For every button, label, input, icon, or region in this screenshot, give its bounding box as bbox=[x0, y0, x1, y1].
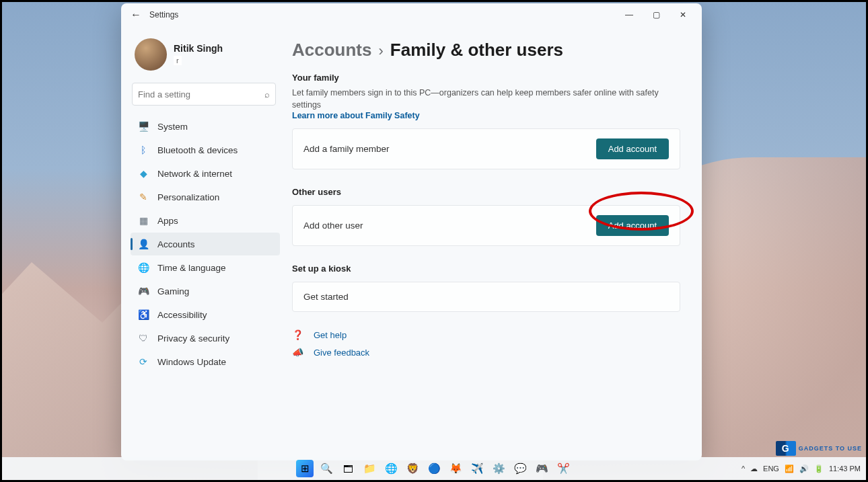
profile-name: Ritik Singh bbox=[174, 43, 223, 54]
learn-more-link[interactable]: Learn more about Family Safety bbox=[292, 111, 680, 120]
search-box[interactable]: ⌕ bbox=[132, 83, 276, 106]
add-other-account-button[interactable]: Add account bbox=[596, 215, 669, 236]
help-icon: ❓ bbox=[292, 329, 304, 340]
bluetooth-devices-icon: ᛒ bbox=[137, 144, 149, 156]
get-help-row: ❓ Get help bbox=[292, 329, 680, 340]
privacy-security-icon: 🛡 bbox=[137, 332, 149, 344]
sidebar-item-label: Bluetooth & devices bbox=[157, 145, 238, 155]
watermark-text: GADGETS TO USE bbox=[799, 445, 862, 452]
firefox-icon[interactable]: 🦊 bbox=[447, 460, 464, 477]
chrome-icon[interactable]: 🔵 bbox=[425, 460, 443, 477]
add-family-card: Add a family member Add account bbox=[292, 128, 680, 169]
card-label: Get started bbox=[303, 292, 349, 302]
time-language-icon: 🌐 bbox=[137, 262, 149, 274]
sidebar-item-bluetooth-devices[interactable]: ᛒBluetooth & devices bbox=[131, 138, 280, 161]
section-desc: Let family members sign in to this PC—or… bbox=[292, 87, 680, 111]
breadcrumb-parent[interactable]: Accounts bbox=[292, 40, 371, 61]
settings-window: ← Settings — ▢ ✕ Ritik Singh r ⌕ 🖥️Syste… bbox=[121, 3, 702, 460]
telegram-icon[interactable]: ✈️ bbox=[468, 460, 486, 477]
sidebar-item-label: Personalization bbox=[157, 192, 219, 202]
sidebar-item-label: Privacy & security bbox=[157, 333, 229, 344]
tray-chevron-icon[interactable]: ^ bbox=[742, 465, 745, 473]
windows-update-icon: ⟳ bbox=[137, 356, 149, 368]
breadcrumb: Accounts › Family & other users bbox=[292, 40, 680, 61]
add-family-account-button[interactable]: Add account bbox=[596, 138, 669, 159]
sidebar-item-label: Windows Update bbox=[157, 357, 226, 367]
profile-email: r bbox=[174, 56, 182, 65]
sidebar-item-apps[interactable]: ▦Apps bbox=[131, 209, 280, 232]
section-heading: Set up a kiosk bbox=[292, 264, 680, 274]
wifi-icon[interactable]: 📶 bbox=[785, 465, 794, 473]
taskbar-center: ⊞ 🔍 🗔 📁 🌐 🦁 🔵 🦊 ✈️ ⚙️ 💬 🎮 ✂️ bbox=[296, 460, 572, 477]
brave-icon[interactable]: 🦁 bbox=[404, 460, 421, 477]
network-internet-icon: ◆ bbox=[137, 167, 149, 179]
close-button[interactable]: ✕ bbox=[670, 5, 696, 24]
whatsapp-icon[interactable]: 💬 bbox=[511, 460, 529, 477]
minimize-button[interactable]: — bbox=[616, 5, 643, 24]
titlebar: ← Settings — ▢ ✕ bbox=[121, 3, 702, 26]
xbox-icon[interactable]: 🎮 bbox=[533, 460, 550, 477]
avatar bbox=[135, 38, 167, 71]
get-help-link[interactable]: Get help bbox=[314, 330, 347, 340]
main-content: Accounts › Family & other users Your fam… bbox=[285, 26, 702, 460]
section-other-users: Other users Add other user Add account bbox=[292, 187, 680, 246]
sidebar-item-time-language[interactable]: 🌐Time & language bbox=[131, 256, 280, 279]
system-tray[interactable]: ^ ☁ ENG 📶 🔊 🔋 11:43 PM bbox=[742, 465, 861, 473]
settings-icon[interactable]: ⚙️ bbox=[490, 460, 507, 477]
taskbar[interactable]: ⊞ 🔍 🗔 📁 🌐 🦁 🔵 🦊 ✈️ ⚙️ 💬 🎮 ✂️ ^ ☁ ENG 📶 🔊… bbox=[2, 457, 866, 480]
taskview-icon[interactable]: 🗔 bbox=[339, 460, 357, 477]
section-heading: Other users bbox=[292, 187, 680, 197]
sidebar-item-windows-update[interactable]: ⟳Windows Update bbox=[131, 350, 280, 373]
sidebar-item-label: Network & internet bbox=[157, 169, 232, 179]
chevron-right-icon: › bbox=[378, 42, 383, 60]
section-your-family: Your family Let family members sign in t… bbox=[292, 73, 680, 169]
back-button[interactable]: ← bbox=[126, 9, 145, 21]
breadcrumb-current: Family & other users bbox=[390, 40, 563, 61]
sidebar-item-gaming[interactable]: 🎮Gaming bbox=[131, 280, 280, 303]
battery-icon[interactable]: 🔋 bbox=[814, 465, 824, 473]
edge-icon[interactable]: 🌐 bbox=[382, 460, 400, 477]
sidebar-item-label: Gaming bbox=[157, 286, 189, 296]
profile-block[interactable]: Ritik Singh r bbox=[131, 32, 280, 80]
gaming-icon: 🎮 bbox=[137, 285, 149, 297]
search-input[interactable] bbox=[138, 89, 264, 99]
search-icon: ⌕ bbox=[264, 89, 270, 99]
sidebar-item-label: Accounts bbox=[157, 239, 195, 249]
section-kiosk: Set up a kiosk Get started bbox=[292, 264, 680, 312]
feedback-row: 📣 Give feedback bbox=[292, 347, 680, 358]
card-label: Add a family member bbox=[303, 144, 390, 154]
maximize-button[interactable]: ▢ bbox=[643, 5, 670, 24]
kiosk-card[interactable]: Get started bbox=[292, 282, 680, 312]
language-indicator[interactable]: ENG bbox=[763, 465, 779, 473]
start-button[interactable]: ⊞ bbox=[296, 460, 314, 477]
volume-icon[interactable]: 🔊 bbox=[799, 465, 809, 473]
window-title: Settings bbox=[149, 10, 178, 19]
sidebar-item-label: Time & language bbox=[157, 263, 226, 273]
accessibility-icon: ♿ bbox=[137, 309, 149, 321]
section-heading: Your family bbox=[292, 73, 680, 83]
sidebar-item-accessibility[interactable]: ♿Accessibility bbox=[131, 303, 280, 326]
feedback-icon: 📣 bbox=[292, 347, 304, 358]
add-other-user-card: Add other user Add account bbox=[292, 205, 680, 246]
clock[interactable]: 11:43 PM bbox=[829, 465, 861, 473]
accounts-icon: 👤 bbox=[137, 238, 149, 250]
sidebar-item-privacy-security[interactable]: 🛡Privacy & security bbox=[131, 327, 280, 350]
personalization-icon: ✎ bbox=[137, 191, 149, 203]
sidebar-item-label: Apps bbox=[157, 216, 178, 226]
sidebar-item-label: System bbox=[157, 122, 188, 132]
apps-icon: ▦ bbox=[137, 214, 149, 227]
sidebar-item-network-internet[interactable]: ◆Network & internet bbox=[131, 162, 280, 185]
sidebar: Ritik Singh r ⌕ 🖥️SystemᛒBluetooth & dev… bbox=[121, 26, 285, 460]
sidebar-item-system[interactable]: 🖥️System bbox=[131, 115, 280, 138]
snip-icon[interactable]: ✂️ bbox=[554, 460, 572, 477]
sidebar-item-accounts[interactable]: 👤Accounts bbox=[131, 233, 280, 255]
onedrive-icon[interactable]: ☁ bbox=[750, 465, 758, 473]
system-icon: 🖥️ bbox=[137, 120, 149, 132]
sidebar-item-personalization[interactable]: ✎Personalization bbox=[131, 186, 280, 208]
search-taskbar-icon[interactable]: 🔍 bbox=[318, 460, 335, 477]
give-feedback-link[interactable]: Give feedback bbox=[314, 348, 369, 358]
watermark: G GADGETS TO USE bbox=[776, 441, 862, 456]
explorer-icon[interactable]: 📁 bbox=[361, 460, 378, 477]
nav-list: 🖥️SystemᛒBluetooth & devices◆Network & i… bbox=[131, 115, 280, 373]
sidebar-item-label: Accessibility bbox=[157, 310, 207, 320]
